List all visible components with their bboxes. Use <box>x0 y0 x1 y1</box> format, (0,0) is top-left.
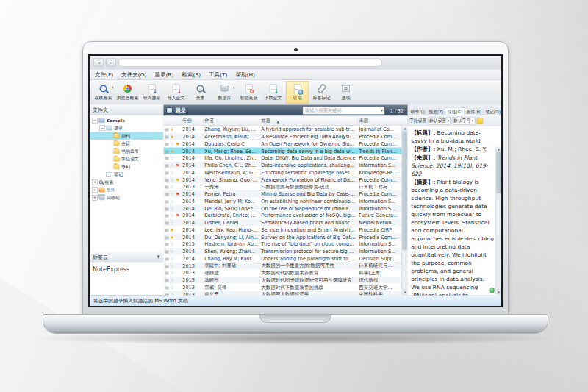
star-rating-icon[interactable] <box>170 177 174 182</box>
record-row[interactable]: 2014 Chang, Ray M; Kauf... Understanding… <box>163 255 407 263</box>
record-row[interactable]: 2014 Olsher, Daniel Semantically-based p… <box>163 219 407 227</box>
record-row[interactable]: 2015 Hashem, Ibrahim Ab... The rise of “… <box>163 240 407 248</box>
dropdown-arrow-icon[interactable] <box>233 86 235 90</box>
list-scrollbar[interactable] <box>402 126 408 296</box>
menu-item[interactable]: 文件(F) <box>95 71 113 79</box>
menu-item[interactable]: 帮助(H) <box>236 71 255 79</box>
tree-item-search[interactable]: + 检索 <box>90 179 163 187</box>
record-row[interactable]: 2013 俞立平 大数据与大数据经济学 中国软科学 <box>163 291 407 295</box>
star-rating-icon[interactable] <box>170 205 174 211</box>
menu-item[interactable]: 检索(S) <box>182 71 201 79</box>
star-rating-icon[interactable] <box>170 234 174 240</box>
star-rating-icon[interactable] <box>170 148 174 154</box>
search-input[interactable]: 请输入检索关键词 <box>303 106 385 115</box>
star-rating-icon[interactable] <box>170 155 174 161</box>
tag-mark-button[interactable]: 标签标记 <box>310 81 333 104</box>
tag-cloud-header[interactable]: 标签云 <box>90 252 163 263</box>
online-search-button[interactable]: 在线检索 <box>92 81 115 104</box>
record-row[interactable]: 2014 Douglas, Craig C An Open Framework … <box>163 140 407 148</box>
expander-icon[interactable]: − <box>92 118 98 124</box>
tree-item-organize[interactable]: + 组织 <box>90 186 163 194</box>
browser-search-button[interactable]: 浏览器检索 <box>116 81 139 104</box>
dedupe-button[interactable]: 查重 <box>189 81 212 104</box>
star-rating-icon[interactable] <box>170 270 174 276</box>
smart-update-button[interactable]: 智能更新 <box>237 81 260 104</box>
record-row[interactable]: 2013 于秀涛 F-数据挖掘与缺损数据修复-设想 计算机工程与... <box>163 183 407 190</box>
star-rating-icon[interactable] <box>170 249 174 254</box>
record-row[interactable]: 2014 Lee, Jay; Kao, Hung-... Service Inn… <box>163 227 407 234</box>
star-rating-icon[interactable] <box>170 241 174 247</box>
cite-button[interactable]: 引用 <box>286 81 309 104</box>
tree-item-book-chapter[interactable]: 书的章节 <box>90 148 163 156</box>
star-rating-icon[interactable] <box>170 126 174 132</box>
detail-scrollbar[interactable] <box>496 147 502 295</box>
database-button[interactable]: 数据库 <box>213 81 236 104</box>
dropdown-arrow-icon[interactable] <box>112 86 114 90</box>
star-rating-icon[interactable] <box>170 213 174 218</box>
star-rating-icon[interactable] <box>170 199 174 204</box>
star-rating-icon[interactable] <box>170 163 174 168</box>
scrollbar-thumb[interactable] <box>403 132 408 250</box>
expander-icon[interactable]: + <box>92 188 98 193</box>
detail-tab[interactable]: 附件(H) <box>465 107 483 115</box>
import-fulltext-button[interactable]: 导入全文 <box>165 81 187 104</box>
detail-tab[interactable]: 预览(Z) <box>427 107 445 115</box>
tree-item-journal[interactable]: 期刊 <box>90 132 163 140</box>
detail-tab[interactable]: 笔记(O) <box>484 107 501 115</box>
record-row[interactable]: 2014 Jifa, Gu; Lingling, Zh... Data, DIK… <box>163 154 407 162</box>
scroll-down-icon[interactable] <box>402 290 408 296</box>
menu-item[interactable]: 工具(T) <box>209 71 227 79</box>
record-row[interactable]: 2014 Xu, Meng; Rhee, Se... Becoming data… <box>163 147 407 154</box>
tree-item-notes[interactable]: 笔记 <box>90 171 163 179</box>
detail-tab[interactable]: 细节(L) <box>409 107 426 115</box>
options-button[interactable]: 选项 <box>334 81 357 104</box>
record-row[interactable]: 2013 李建中; 刘显敏 大数据的一个重要方面:数据可用性 计算机研究与... <box>163 262 407 269</box>
chevron-down-icon[interactable] <box>157 254 160 260</box>
star-rating-icon[interactable] <box>170 227 174 233</box>
star-rating-icon[interactable] <box>170 141 174 147</box>
star-rating-icon[interactable] <box>170 277 174 283</box>
menu-item[interactable]: 题录(R) <box>154 71 173 79</box>
star-rating-icon[interactable] <box>170 191 174 197</box>
scroll-down-icon[interactable] <box>496 290 501 295</box>
record-row[interactable]: 2014 Du, Danyang; Li, Aih... Survey on t… <box>163 233 407 240</box>
download-fulltext-button[interactable]: 下载全文 <box>262 81 284 104</box>
star-rating-icon[interactable] <box>170 291 174 295</box>
scroll-up-icon[interactable] <box>496 147 501 152</box>
tree-item-patent[interactable]: 专利 <box>90 163 163 171</box>
star-rating-icon[interactable] <box>170 134 174 140</box>
star-rating-icon[interactable] <box>170 285 174 291</box>
record-row[interactable]: 2014 Ackermann, Klaus; A... A Resource E… <box>163 133 407 140</box>
record-row[interactable]: 2014 Mendel, Jerry M; Ko... On establish… <box>163 198 407 205</box>
forward-button[interactable] <box>106 59 116 67</box>
record-row[interactable]: 2013 张静波 大数据时代的数据素养教育 科学(上海) <box>163 269 407 277</box>
highlight-icon[interactable] <box>476 118 483 124</box>
record-row[interactable]: 2014 Zhang, Xuyun; Liu, ... A hybrid app… <box>163 126 407 133</box>
record-row[interactable]: 2014 Yang, Shuang; Guo, ... Framework Fo… <box>163 176 407 183</box>
expander-icon[interactable]: + <box>92 179 98 185</box>
import-records-button[interactable]: 导入题录 <box>140 81 163 104</box>
star-rating-icon[interactable] <box>170 263 174 268</box>
tree-item-recycle-bin[interactable]: + 回收站 <box>90 194 163 202</box>
record-row[interactable]: 2014 Weichselbraun, A; G... Enriching se… <box>163 169 407 177</box>
record-row[interactable]: 2014 Perner, Petra Mining Sparse and Big… <box>163 190 407 198</box>
tree-item-conference[interactable]: 会议 <box>90 140 163 148</box>
tag-item[interactable]: NoteExpress <box>93 266 129 274</box>
column-author[interactable]: 作者 <box>203 116 259 126</box>
detail-tab[interactable]: 综述(G) <box>445 107 464 115</box>
expander-icon[interactable]: + <box>92 195 98 201</box>
tree-item-thesis[interactable]: 学位论文 <box>90 155 163 163</box>
column-title[interactable]: 标题 <box>259 116 357 126</box>
record-row[interactable]: 2013 马晓亭 大数据时代图书馆数据外包可用性保障研究 现代情报 <box>163 277 407 284</box>
star-rating-icon[interactable] <box>170 220 174 226</box>
font-preset-select[interactable]: 默认字号 <box>452 117 475 125</box>
scroll-up-icon[interactable] <box>402 126 408 132</box>
star-rating-icon[interactable] <box>170 170 174 176</box>
record-row[interactable]: 2014 Del Rio, Sara; Lopez... On the use … <box>163 204 407 212</box>
record-row[interactable]: 2014 Shen, Yulong; Zhan... Transmission … <box>163 248 407 255</box>
scrollbar-thumb[interactable] <box>497 152 501 193</box>
address-input[interactable] <box>118 59 382 67</box>
tree-item-records[interactable]: − 题录 <box>90 124 163 132</box>
record-row[interactable]: 2013 宗威; 吴锋 大数据时代下数据质量的挑战 西安交通大学... <box>163 284 407 291</box>
menu-item[interactable]: 文件夹(O) <box>121 71 146 79</box>
